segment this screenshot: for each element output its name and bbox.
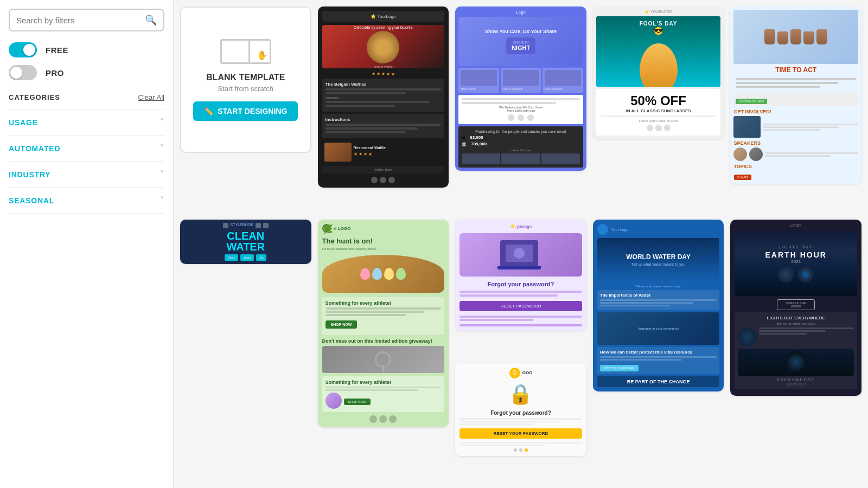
charity-template-card[interactable]: Logo Show You Care, Do Your Share CHARIT… (455, 7, 586, 171)
automated-chevron-icon: ˅ (160, 143, 164, 153)
pro-toggle[interactable] (9, 65, 37, 80)
sidebar-item-industry[interactable]: INDUSTRY ˅ (9, 161, 164, 187)
free-toggle[interactable] (9, 42, 37, 57)
clean-water-template-thumbnail: STYLEBOOK CLEAN WATER Share Learn Act (180, 220, 311, 264)
categories-header: CATEGORIES Clear All (9, 93, 164, 101)
free-filter-row: FREE (9, 42, 164, 57)
charity-template-thumbnail: Logo Show You Care, Do Your Share CHARIT… (455, 7, 586, 171)
earth-hour-thumbnail: LOGO LIGHTS OUT EARTH HOUR 2021 SPREAD T… (730, 220, 861, 396)
forgot-password-yellow-card[interactable]: G GOO 🔒 Forgot your password? RESET YOUR… (455, 363, 586, 456)
fools-day-template-card[interactable]: ⭐ YOURLOGO FOOL'S DAY 😎 50% OFF IN ALL C… (593, 7, 724, 139)
categories-title: CATEGORIES (9, 93, 60, 101)
usage-chevron-icon: ˅ (160, 117, 164, 127)
time-to-act-template-thumbnail: TIME TO ACT CONTRIBUTE HERE GET INVOLVED… (730, 7, 861, 184)
easter-template-thumbnail: 🌿 ☆ LOGO The hunt is on! Fill found bask… (318, 220, 449, 427)
easter-template-card[interactable]: 🌿 ☆ LOGO The hunt is on! Fill found bask… (318, 220, 449, 427)
pencil-icon: ✏️ (204, 107, 213, 115)
world-water-day-card[interactable]: Your Logo WORLD WATER DAY Tell us what w… (593, 220, 724, 391)
time-to-act-template-card[interactable]: TIME TO ACT CONTRIBUTE HERE GET INVOLVED… (730, 7, 861, 184)
sidebar-item-automated[interactable]: AUTOMATED ˅ (9, 135, 164, 161)
seasonal-label: SEASONAL (9, 196, 54, 205)
earth-hour-card[interactable]: LOGO LIGHTS OUT EARTH HOUR 2021 SPREAD T… (730, 220, 861, 396)
search-button[interactable]: 🔍 (145, 14, 157, 26)
seasonal-chevron-icon: ˅ (160, 195, 164, 206)
search-icon: 🔍 (145, 15, 157, 25)
forgot-password-purple-thumbnail: ⭐ youlogo Forgot your password? RESET PA… (455, 220, 586, 331)
sidebar: 🔍 FREE PRO CATEGORIES Clear All USAGE ˅ … (0, 0, 174, 488)
start-designing-button[interactable]: ✏️ START DESIGNING (193, 101, 298, 121)
usage-label: USAGE (9, 118, 38, 127)
free-label: FREE (46, 46, 68, 55)
world-water-day-thumbnail: Your Logo WORLD WATER DAY Tell us what w… (593, 220, 724, 391)
sidebar-item-usage[interactable]: USAGE ˅ (9, 109, 164, 135)
blank-template-icon: ✋ (220, 39, 271, 64)
pro-filter-row: PRO (9, 65, 164, 80)
templates-grid: ✋ BLANK TEMPLATE Start from scratch ✏️ S… (174, 0, 868, 488)
pro-label: PRO (46, 68, 64, 78)
forgot-password-yellow-thumbnail: G GOO 🔒 Forgot your password? RESET YOUR… (455, 363, 586, 456)
fools-day-template-thumbnail: ⭐ YOURLOGO FOOL'S DAY 😎 50% OFF IN ALL C… (593, 7, 724, 139)
food-template-thumbnail: ⭐ YourLogo Celebrate by savoring your fa… (318, 7, 449, 188)
blank-template-subtitle: Start from scratch (218, 85, 274, 93)
food-template-card[interactable]: ⭐ YourLogo Celebrate by savoring your fa… (318, 7, 449, 188)
clear-all-button[interactable]: Clear All (138, 93, 164, 101)
sidebar-item-seasonal[interactable]: SEASONAL ˅ (9, 187, 164, 214)
automated-label: AUTOMATED (9, 144, 60, 153)
search-box: 🔍 (9, 9, 164, 31)
industry-label: INDUSTRY (9, 170, 50, 179)
blank-template-title: BLANK TEMPLATE (206, 73, 285, 82)
clean-water-template-card[interactable]: STYLEBOOK CLEAN WATER Share Learn Act (180, 220, 311, 264)
industry-chevron-icon: ˅ (160, 169, 164, 179)
search-input[interactable] (16, 16, 145, 25)
forgot-password-purple-card[interactable]: ⭐ youlogo Forgot your password? RESET PA… (455, 220, 586, 331)
blank-template-card[interactable]: ✋ BLANK TEMPLATE Start from scratch ✏️ S… (180, 7, 311, 153)
